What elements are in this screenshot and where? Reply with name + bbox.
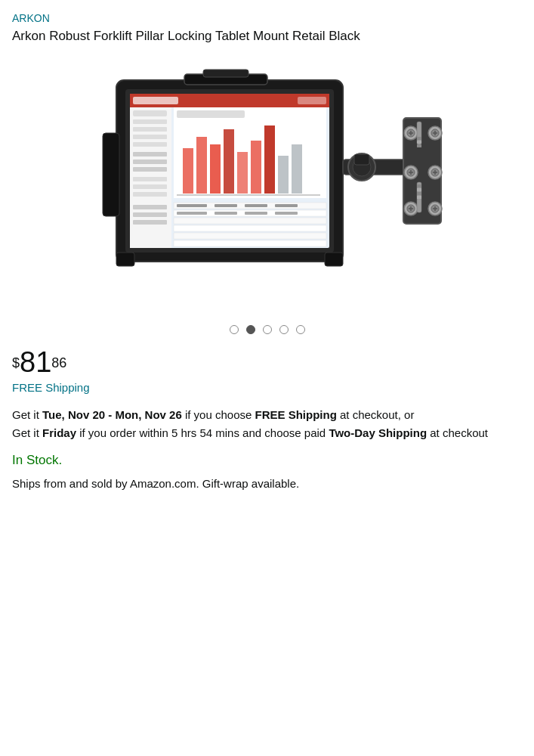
svg-rect-5	[133, 97, 178, 104]
svg-rect-50	[116, 253, 134, 266]
svg-rect-20	[133, 212, 167, 217]
svg-rect-38	[174, 233, 326, 239]
svg-rect-85	[417, 188, 421, 191]
svg-rect-29	[251, 141, 261, 194]
svg-rect-26	[210, 144, 221, 194]
product-image-container	[12, 57, 522, 314]
svg-rect-47	[275, 212, 298, 215]
svg-rect-30	[264, 125, 275, 194]
svg-rect-24	[183, 148, 193, 194]
delivery-free-bold: FREE Shipping	[255, 408, 337, 421]
svg-rect-45	[215, 212, 237, 215]
image-dot-0[interactable]	[230, 325, 239, 334]
delivery-if-choose: if you choose	[182, 408, 255, 421]
svg-rect-9	[133, 119, 167, 124]
svg-rect-13	[133, 152, 167, 156]
svg-rect-86	[417, 192, 421, 195]
delivery-line2: Get it Friday if you order within 5 hrs …	[12, 426, 488, 439]
stock-status: In Stock.	[12, 453, 522, 468]
svg-rect-80	[417, 137, 421, 140]
svg-rect-21	[133, 220, 167, 225]
svg-rect-6	[298, 97, 326, 104]
svg-rect-12	[133, 142, 167, 147]
delivery-get-it-2: Get it	[12, 426, 42, 439]
svg-rect-42	[245, 204, 267, 207]
svg-rect-28	[237, 152, 248, 194]
price-section: $8186	[12, 348, 522, 376]
svg-rect-15	[133, 167, 167, 172]
svg-rect-31	[278, 156, 289, 194]
svg-rect-40	[177, 204, 207, 207]
brand-link[interactable]: ARKON	[12, 12, 522, 24]
delivery-get-it-1: Get it	[12, 408, 42, 421]
svg-rect-19	[133, 205, 167, 209]
svg-rect-14	[133, 160, 167, 164]
delivery-day-bold: Friday	[42, 426, 76, 439]
image-dot-3[interactable]	[279, 325, 289, 334]
svg-rect-8	[133, 110, 167, 116]
svg-rect-18	[133, 192, 167, 197]
delivery-checkout-2: at checkout	[427, 426, 488, 439]
image-dot-4[interactable]	[296, 325, 305, 334]
svg-rect-49	[203, 70, 248, 77]
svg-rect-52	[103, 133, 119, 216]
svg-rect-44	[177, 212, 207, 215]
svg-rect-51	[325, 253, 343, 266]
delivery-checkout-1: at checkout, or	[337, 408, 415, 421]
price-whole: 81	[20, 346, 51, 378]
svg-rect-16	[133, 177, 167, 181]
delivery-twoday-bold: Two-Day Shipping	[329, 426, 427, 439]
delivery-order-within: if you order within 5 hrs 54 mins and ch…	[76, 426, 329, 439]
image-dot-2[interactable]	[263, 325, 272, 334]
svg-rect-25	[196, 137, 207, 194]
svg-rect-36	[174, 218, 326, 224]
svg-rect-23	[177, 110, 245, 118]
product-title: Arkon Robust Forklift Pillar Locking Tab…	[12, 27, 522, 45]
product-image[interactable]	[86, 57, 449, 314]
svg-rect-87	[417, 196, 421, 199]
svg-rect-46	[245, 212, 267, 215]
free-shipping-label: FREE Shipping	[12, 381, 522, 394]
svg-rect-84	[417, 184, 421, 187]
price-fraction: 86	[51, 355, 66, 370]
svg-rect-81	[417, 141, 421, 144]
svg-rect-43	[275, 204, 298, 207]
svg-rect-41	[215, 204, 237, 207]
svg-rect-90	[354, 154, 369, 165]
svg-rect-82	[417, 144, 421, 147]
image-dots	[12, 325, 522, 334]
svg-rect-17	[133, 184, 167, 189]
delivery-section: Get it Tue, Nov 20 - Mon, Nov 26 if you …	[12, 406, 522, 442]
svg-rect-10	[133, 127, 167, 132]
image-dot-1[interactable]	[246, 325, 255, 334]
delivery-dates: Tue, Nov 20 - Mon, Nov 26	[42, 408, 182, 421]
price-symbol: $	[12, 355, 20, 370]
delivery-line1: Get it Tue, Nov 20 - Mon, Nov 26 if you …	[12, 408, 414, 421]
svg-rect-27	[224, 129, 234, 194]
svg-rect-37	[174, 225, 326, 231]
svg-rect-11	[133, 135, 167, 139]
svg-rect-32	[292, 144, 302, 194]
svg-rect-39	[174, 240, 326, 246]
ships-from: Ships from and sold by Amazon.com. Gift-…	[12, 476, 522, 493]
